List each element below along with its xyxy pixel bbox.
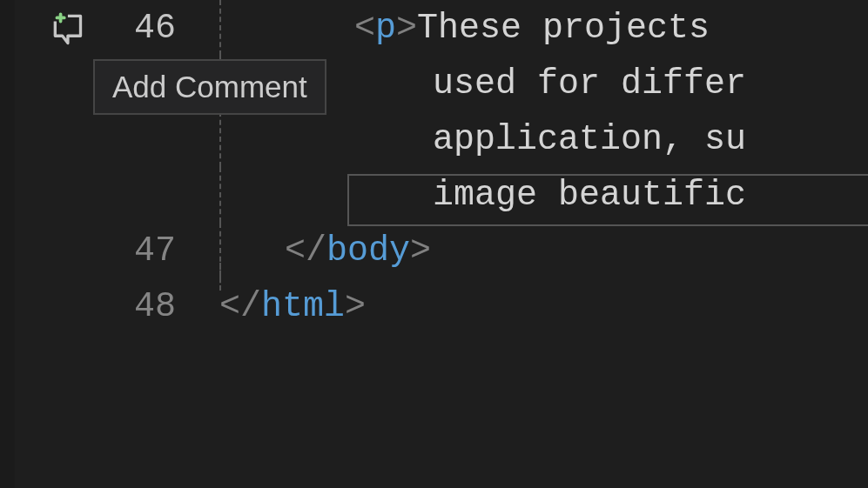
code-line-wrap[interactable]: image beautific [15, 167, 868, 223]
line-number[interactable]: 47 [15, 231, 219, 271]
tag-p: p [375, 9, 396, 48]
indent-guide [219, 223, 285, 278]
tag-body: body [326, 231, 410, 271]
bracket: > [396, 9, 417, 48]
code-line[interactable]: 48 </html> [15, 278, 868, 334]
code-content[interactable]: used for differ [285, 64, 746, 104]
code-content[interactable]: application, su [285, 120, 746, 159]
tag-html: html [261, 287, 345, 326]
code-line-wrap[interactable]: application, su [15, 111, 868, 167]
bracket: > [410, 231, 431, 271]
add-comment-icon[interactable] [48, 9, 91, 63]
text: image beautific [433, 176, 746, 215]
bracket: </ [285, 231, 326, 271]
code-content[interactable]: image beautific [285, 176, 746, 215]
code-content[interactable]: </body> [285, 231, 431, 271]
code-line[interactable]: 46 <p>These projects [15, 0, 868, 56]
bracket: < [354, 9, 375, 48]
tooltip-add-comment: Add Comment [93, 59, 326, 115]
bracket: > [345, 287, 366, 326]
line-number[interactable]: 48 [15, 287, 219, 326]
code-content[interactable]: </html> [219, 287, 366, 326]
code-editor[interactable]: Add Comment 46 <p>These projects used fo… [0, 0, 868, 488]
text: These projects [417, 9, 710, 48]
tooltip-label: Add Comment [112, 70, 307, 104]
indent-guide [219, 0, 285, 56]
bracket: </ [219, 287, 261, 326]
text: application, su [433, 120, 746, 159]
glyph-margin [0, 0, 15, 488]
line-number[interactable]: 46 [15, 9, 219, 48]
code-line[interactable]: 47 </body> [15, 223, 868, 278]
indent-guide [219, 167, 285, 223]
code-content[interactable]: <p>These projects [285, 9, 710, 48]
indent-guide [219, 111, 285, 167]
text: used for differ [433, 64, 746, 104]
